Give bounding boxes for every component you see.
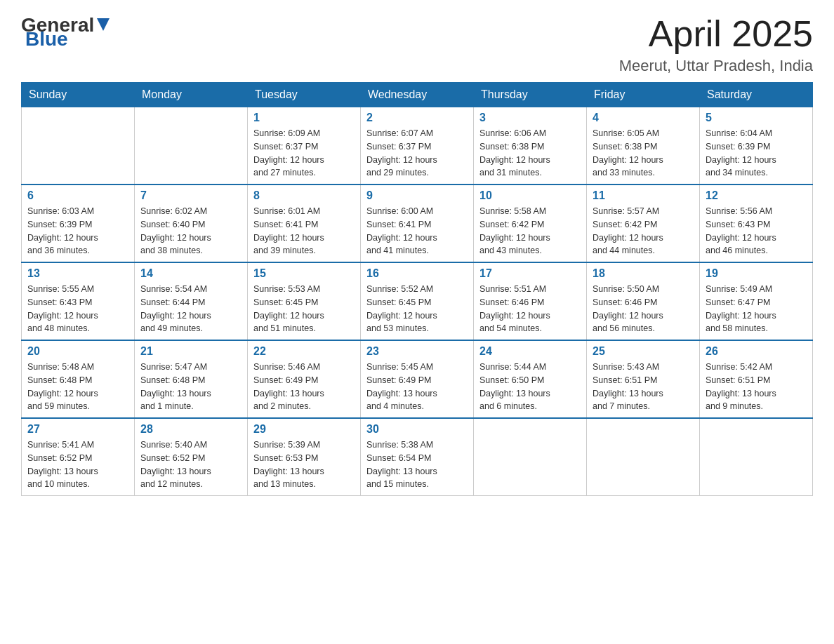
day-number: 12 [706, 189, 807, 202]
calendar-subtitle: Meerut, Uttar Pradesh, India [619, 57, 813, 75]
day-info: Sunrise: 6:02 AM Sunset: 6:40 PM Dayligh… [140, 205, 241, 257]
day-number: 21 [140, 345, 241, 358]
calendar-cell: 23Sunrise: 5:45 AM Sunset: 6:49 PM Dayli… [361, 340, 474, 418]
day-of-week-header: Sunday [22, 83, 135, 107]
calendar-cell: 8Sunrise: 6:01 AM Sunset: 6:41 PM Daylig… [248, 185, 361, 262]
day-info: Sunrise: 6:05 AM Sunset: 6:38 PM Dayligh… [593, 127, 694, 180]
day-info: Sunrise: 6:09 AM Sunset: 6:37 PM Dayligh… [253, 127, 355, 180]
day-info: Sunrise: 5:50 AM Sunset: 6:46 PM Dayligh… [593, 283, 694, 335]
day-info: Sunrise: 5:39 AM Sunset: 6:53 PM Dayligh… [253, 438, 355, 491]
day-number: 30 [366, 423, 468, 436]
day-number: 13 [27, 267, 128, 280]
day-info: Sunrise: 6:04 AM Sunset: 6:39 PM Dayligh… [706, 127, 807, 180]
day-number: 26 [706, 345, 807, 358]
calendar-cell: 17Sunrise: 5:51 AM Sunset: 6:46 PM Dayli… [474, 262, 587, 340]
calendar-week-row: 20Sunrise: 5:48 AM Sunset: 6:48 PM Dayli… [22, 340, 813, 418]
calendar-cell: 29Sunrise: 5:39 AM Sunset: 6:53 PM Dayli… [248, 418, 361, 496]
day-number: 1 [253, 112, 355, 124]
calendar-cell: 20Sunrise: 5:48 AM Sunset: 6:48 PM Dayli… [22, 340, 135, 418]
calendar-cell: 27Sunrise: 5:41 AM Sunset: 6:52 PM Dayli… [22, 418, 135, 496]
day-info: Sunrise: 6:01 AM Sunset: 6:41 PM Dayligh… [253, 205, 355, 257]
calendar-cell: 30Sunrise: 5:38 AM Sunset: 6:54 PM Dayli… [361, 418, 474, 496]
calendar-cell: 5Sunrise: 6:04 AM Sunset: 6:39 PM Daylig… [700, 107, 813, 185]
calendar-cell: 24Sunrise: 5:44 AM Sunset: 6:50 PM Dayli… [474, 340, 587, 418]
calendar-title: April 2025 [619, 14, 813, 54]
day-info: Sunrise: 5:45 AM Sunset: 6:49 PM Dayligh… [366, 361, 468, 413]
day-number: 10 [479, 189, 581, 202]
day-number: 20 [27, 345, 128, 358]
day-of-week-header: Friday [587, 83, 700, 107]
day-info: Sunrise: 5:49 AM Sunset: 6:47 PM Dayligh… [706, 283, 807, 335]
day-info: Sunrise: 5:41 AM Sunset: 6:52 PM Dayligh… [27, 438, 128, 491]
day-info: Sunrise: 5:52 AM Sunset: 6:45 PM Dayligh… [366, 283, 468, 335]
logo-triangle-icon [95, 17, 111, 32]
calendar-cell [587, 418, 700, 496]
day-info: Sunrise: 5:53 AM Sunset: 6:45 PM Dayligh… [253, 283, 355, 335]
day-info: Sunrise: 5:43 AM Sunset: 6:51 PM Dayligh… [593, 361, 694, 413]
day-info: Sunrise: 5:55 AM Sunset: 6:43 PM Dayligh… [27, 283, 128, 335]
calendar-cell: 14Sunrise: 5:54 AM Sunset: 6:44 PM Dayli… [135, 262, 248, 340]
calendar-week-row: 6Sunrise: 6:03 AM Sunset: 6:39 PM Daylig… [22, 185, 813, 262]
calendar-cell [135, 107, 248, 185]
page-header: General Blue April 2025 Meerut, Uttar Pr… [21, 14, 813, 75]
calendar-cell: 6Sunrise: 6:03 AM Sunset: 6:39 PM Daylig… [22, 185, 135, 262]
day-info: Sunrise: 5:54 AM Sunset: 6:44 PM Dayligh… [140, 283, 241, 335]
calendar-cell: 3Sunrise: 6:06 AM Sunset: 6:38 PM Daylig… [474, 107, 587, 185]
day-number: 4 [593, 112, 694, 124]
day-number: 2 [366, 112, 468, 124]
day-number: 8 [253, 189, 355, 202]
title-area: April 2025 Meerut, Uttar Pradesh, India [619, 14, 813, 75]
calendar-cell: 18Sunrise: 5:50 AM Sunset: 6:46 PM Dayli… [587, 262, 700, 340]
calendar-cell: 4Sunrise: 6:05 AM Sunset: 6:38 PM Daylig… [587, 107, 700, 185]
day-info: Sunrise: 5:46 AM Sunset: 6:49 PM Dayligh… [253, 361, 355, 413]
calendar-cell: 13Sunrise: 5:55 AM Sunset: 6:43 PM Dayli… [22, 262, 135, 340]
day-number: 14 [140, 267, 241, 280]
calendar-cell: 11Sunrise: 5:57 AM Sunset: 6:42 PM Dayli… [587, 185, 700, 262]
day-number: 3 [479, 112, 581, 124]
calendar-cell: 10Sunrise: 5:58 AM Sunset: 6:42 PM Dayli… [474, 185, 587, 262]
day-number: 7 [140, 189, 241, 202]
calendar-cell: 21Sunrise: 5:47 AM Sunset: 6:48 PM Dayli… [135, 340, 248, 418]
day-info: Sunrise: 6:06 AM Sunset: 6:38 PM Dayligh… [479, 127, 581, 180]
day-of-week-header: Wednesday [361, 83, 474, 107]
calendar-cell: 7Sunrise: 6:02 AM Sunset: 6:40 PM Daylig… [135, 185, 248, 262]
day-number: 11 [593, 189, 694, 202]
calendar-cell: 28Sunrise: 5:40 AM Sunset: 6:52 PM Dayli… [135, 418, 248, 496]
calendar-table: SundayMondayTuesdayWednesdayThursdayFrid… [21, 82, 813, 496]
day-number: 28 [140, 423, 241, 436]
day-of-week-header: Tuesday [248, 83, 361, 107]
calendar-cell: 15Sunrise: 5:53 AM Sunset: 6:45 PM Dayli… [248, 262, 361, 340]
calendar-cell: 19Sunrise: 5:49 AM Sunset: 6:47 PM Dayli… [700, 262, 813, 340]
calendar-cell: 26Sunrise: 5:42 AM Sunset: 6:51 PM Dayli… [700, 340, 813, 418]
calendar-cell: 2Sunrise: 6:07 AM Sunset: 6:37 PM Daylig… [361, 107, 474, 185]
calendar-week-row: 27Sunrise: 5:41 AM Sunset: 6:52 PM Dayli… [22, 418, 813, 496]
calendar-cell [700, 418, 813, 496]
day-info: Sunrise: 5:42 AM Sunset: 6:51 PM Dayligh… [706, 361, 807, 413]
day-info: Sunrise: 6:03 AM Sunset: 6:39 PM Dayligh… [27, 205, 128, 257]
day-number: 27 [27, 423, 128, 436]
day-info: Sunrise: 5:44 AM Sunset: 6:50 PM Dayligh… [479, 361, 581, 413]
day-of-week-header: Thursday [474, 83, 587, 107]
calendar-header-row: SundayMondayTuesdayWednesdayThursdayFrid… [22, 83, 813, 107]
calendar-cell: 22Sunrise: 5:46 AM Sunset: 6:49 PM Dayli… [248, 340, 361, 418]
calendar-cell [22, 107, 135, 185]
day-number: 18 [593, 267, 694, 280]
day-info: Sunrise: 5:47 AM Sunset: 6:48 PM Dayligh… [140, 361, 241, 413]
day-number: 5 [706, 112, 807, 124]
day-number: 25 [593, 345, 694, 358]
day-info: Sunrise: 5:51 AM Sunset: 6:46 PM Dayligh… [479, 283, 581, 335]
day-info: Sunrise: 6:00 AM Sunset: 6:41 PM Dayligh… [366, 205, 468, 257]
day-info: Sunrise: 5:56 AM Sunset: 6:43 PM Dayligh… [706, 205, 807, 257]
day-info: Sunrise: 5:38 AM Sunset: 6:54 PM Dayligh… [366, 438, 468, 491]
day-number: 16 [366, 267, 468, 280]
day-number: 22 [253, 345, 355, 358]
day-number: 17 [479, 267, 581, 280]
day-number: 19 [706, 267, 807, 280]
day-of-week-header: Monday [135, 83, 248, 107]
day-info: Sunrise: 5:58 AM Sunset: 6:42 PM Dayligh… [479, 205, 581, 257]
day-number: 29 [253, 423, 355, 436]
day-info: Sunrise: 5:48 AM Sunset: 6:48 PM Dayligh… [27, 361, 128, 413]
day-of-week-header: Saturday [700, 83, 813, 107]
day-info: Sunrise: 5:40 AM Sunset: 6:52 PM Dayligh… [140, 438, 241, 491]
day-number: 23 [366, 345, 468, 358]
